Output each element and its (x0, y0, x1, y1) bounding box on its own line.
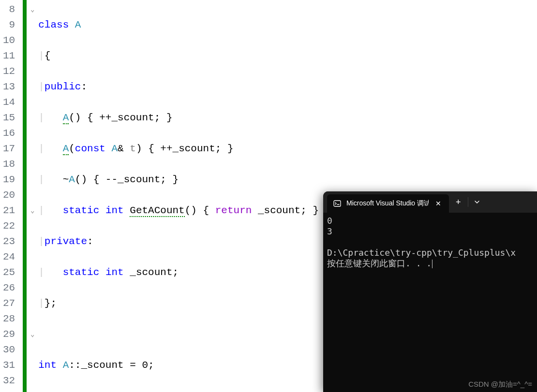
line-number: 11 (3, 48, 15, 64)
line-number: 28 (3, 311, 15, 327)
line-number: 17 (3, 141, 15, 157)
output-path: D:\Cpractice\try-cpp\try_Cplusplus\x (327, 247, 516, 258)
line-number: 27 (3, 296, 15, 311)
output-prompt: 按任意键关闭此窗口. . . (327, 258, 432, 268)
fold-toggle-icon[interactable]: ⌄ (27, 2, 38, 17)
fold-column: ⌄ ⌄ ⌄ (27, 0, 38, 392)
line-number: 26 (3, 280, 15, 296)
line-number: 23 (3, 234, 15, 249)
console-titlebar[interactable]: Microsoft Visual Studio 调试 ✕ + (323, 191, 537, 213)
code-area[interactable]: class A |{ |public: | A() { ++_scount; }… (38, 0, 319, 392)
line-number: 14 (3, 95, 15, 110)
line-number: 19 (3, 172, 15, 188)
output-line: 3 (327, 226, 332, 236)
console-tab[interactable]: Microsoft Visual Studio 调试 ✕ (327, 194, 449, 213)
console-tab-title: Microsoft Visual Studio 调试 (346, 199, 429, 208)
line-number: 24 (3, 249, 15, 265)
line-number: 18 (3, 157, 15, 172)
fold-toggle-icon[interactable]: ⌄ (27, 203, 38, 218)
line-number: 10 (3, 33, 15, 48)
svg-rect-0 (334, 201, 341, 206)
change-indicator-bar (23, 0, 27, 392)
new-tab-button[interactable]: + (449, 193, 468, 211)
line-number: 8 (3, 2, 15, 17)
terminal-icon (333, 199, 342, 208)
line-number: 16 (3, 126, 15, 141)
line-number: 22 (3, 218, 15, 234)
line-number: 25 (3, 265, 15, 280)
line-number-gutter: 8 9 10 11 12 13 14 15 16 17 18 19 20 21 … (0, 0, 23, 392)
line-number: 31 (3, 358, 15, 373)
close-icon[interactable]: ✕ (433, 200, 443, 207)
fold-toggle-icon[interactable]: ⌄ (27, 327, 38, 342)
line-number: 20 (3, 188, 15, 203)
line-number: 21 (3, 203, 15, 218)
console-output[interactable]: 0 3 D:\Cpractice\try-cpp\try_Cplusplus\x… (323, 213, 537, 272)
line-number: 29 (3, 327, 15, 342)
line-number: 30 (3, 342, 15, 358)
line-number: 15 (3, 110, 15, 126)
line-number: 9 (3, 17, 15, 33)
line-number: 32 (3, 373, 15, 389)
text-cursor (432, 260, 433, 268)
line-number: 13 (3, 79, 15, 95)
debug-console-window: Microsoft Visual Studio 调试 ✕ + 0 3 D:\Cp… (323, 191, 537, 392)
watermark-text: CSDN @加油=^_^= (468, 380, 532, 389)
output-line: 0 (327, 216, 332, 226)
line-number: 12 (3, 64, 15, 79)
tab-dropdown-icon[interactable] (468, 193, 486, 211)
